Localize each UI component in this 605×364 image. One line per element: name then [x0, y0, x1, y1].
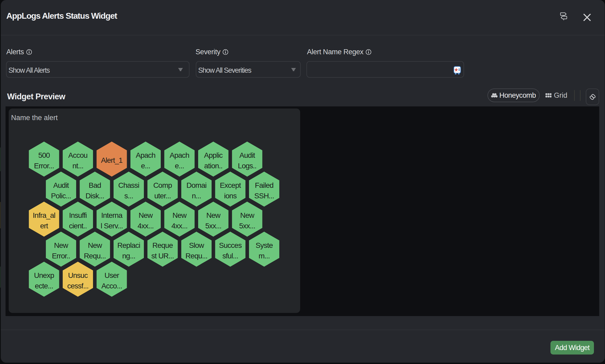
- svg-text:cient..: cient..: [69, 222, 87, 230]
- svg-text:Requ...: Requ...: [84, 252, 106, 260]
- svg-text:Insuffi: Insuffi: [69, 211, 87, 219]
- svg-text:Audit: Audit: [240, 151, 255, 159]
- svg-text:New: New: [172, 211, 187, 219]
- svg-text:sful...: sful...: [222, 252, 238, 260]
- svg-text:n...: n...: [192, 192, 201, 200]
- svg-text:l Serv...: l Serv...: [101, 222, 123, 230]
- svg-text:Logs..: Logs..: [238, 162, 256, 170]
- svg-text:Except: Except: [220, 181, 241, 189]
- svg-text:Replaci: Replaci: [117, 241, 140, 249]
- svg-text:Domai: Domai: [187, 181, 207, 189]
- svg-text:ions: ions: [224, 192, 236, 200]
- svg-text:Acco...: Acco...: [101, 282, 122, 290]
- svg-text:Applic: Applic: [204, 151, 223, 159]
- svg-text:Apach: Apach: [136, 151, 155, 159]
- svg-text:4xx...: 4xx...: [138, 222, 154, 230]
- svg-text:500: 500: [38, 151, 50, 159]
- svg-text:Bad: Bad: [89, 181, 101, 189]
- svg-text:New: New: [206, 211, 221, 219]
- svg-text:s...: s...: [124, 192, 133, 200]
- svg-text:ng...: ng...: [122, 252, 135, 260]
- svg-text:Failed: Failed: [255, 181, 273, 189]
- svg-text:Disk...: Disk...: [86, 192, 104, 200]
- svg-text:5xx...: 5xx...: [239, 222, 255, 230]
- svg-text:Unexp: Unexp: [34, 271, 54, 279]
- svg-text:4xx...: 4xx...: [172, 222, 188, 230]
- svg-text:m...: m...: [258, 252, 270, 260]
- svg-text:Requ...: Requ...: [186, 252, 207, 260]
- svg-text:SSH...: SSH...: [254, 192, 274, 200]
- svg-text:New: New: [139, 211, 153, 219]
- svg-text:Chassi: Chassi: [118, 181, 139, 189]
- svg-text:e...: e...: [141, 162, 150, 170]
- svg-text:nt...: nt...: [72, 162, 84, 170]
- svg-text:Audit: Audit: [53, 181, 69, 189]
- svg-text:cessf...: cessf...: [67, 282, 89, 290]
- svg-text:Slow: Slow: [189, 241, 204, 249]
- svg-text:Comp: Comp: [153, 181, 172, 189]
- svg-text:Reque: Reque: [152, 241, 173, 249]
- svg-text:Syste: Syste: [256, 241, 273, 249]
- svg-text:Alert_1: Alert_1: [101, 156, 123, 164]
- svg-text:Accou: Accou: [68, 151, 87, 159]
- svg-text:Error..: Error..: [52, 252, 70, 260]
- svg-text:Succes: Succes: [219, 241, 242, 249]
- svg-text:st UR...: st UR...: [151, 252, 174, 260]
- svg-text:User: User: [104, 271, 119, 279]
- svg-text:Apach: Apach: [170, 151, 189, 159]
- svg-text:Unsuc: Unsuc: [68, 271, 88, 279]
- svg-text:ert: ert: [40, 222, 48, 230]
- svg-text:Error...: Error...: [34, 162, 54, 170]
- svg-text:New: New: [240, 211, 255, 219]
- svg-text:ecte...: ecte...: [35, 282, 53, 290]
- svg-text:Infra_al: Infra_al: [33, 211, 55, 219]
- svg-text:New: New: [88, 241, 102, 249]
- svg-text:Polic...: Polic...: [51, 192, 71, 200]
- svg-text:New: New: [54, 241, 69, 249]
- svg-text:uter...: uter...: [154, 192, 171, 200]
- svg-text:ation..: ation..: [204, 162, 222, 170]
- svg-text:e...: e...: [175, 162, 184, 170]
- svg-text:Interna: Interna: [101, 211, 123, 219]
- svg-text:5xx...: 5xx...: [205, 222, 221, 230]
